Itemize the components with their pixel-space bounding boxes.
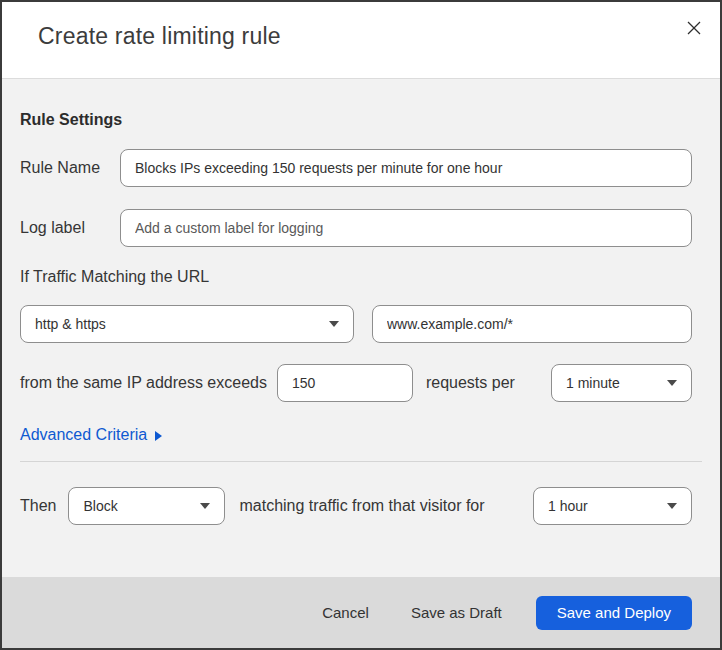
- save-as-draft-button[interactable]: Save as Draft: [403, 596, 510, 629]
- log-label-row: Log label: [20, 209, 692, 247]
- scheme-select[interactable]: http & https: [20, 305, 354, 343]
- traffic-match-heading: If Traffic Matching the URL: [20, 268, 692, 286]
- background-page-strip: [68, 0, 584, 2]
- advanced-criteria-toggle[interactable]: Advanced Criteria: [20, 426, 162, 444]
- close-button[interactable]: [680, 15, 708, 43]
- save-and-deploy-button[interactable]: Save and Deploy: [536, 596, 692, 630]
- requests-count-input[interactable]: [277, 364, 413, 402]
- rule-name-input[interactable]: [120, 149, 692, 187]
- section-title-rule-settings: Rule Settings: [20, 79, 692, 129]
- url-pattern-input[interactable]: [372, 305, 692, 343]
- rule-name-row: Rule Name: [20, 149, 692, 187]
- action-row: Then Block matching traffic from that vi…: [20, 487, 692, 525]
- dialog-title: Create rate limiting rule: [38, 23, 281, 50]
- period-select-value: 1 minute: [566, 375, 620, 391]
- action-select-value: Block: [83, 498, 117, 514]
- threshold-row: from the same IP address exceeds request…: [20, 364, 692, 402]
- arrow-right-icon: [155, 431, 162, 441]
- period-select[interactable]: 1 minute: [551, 364, 692, 402]
- caret-down-icon: [200, 503, 210, 509]
- dialog-footer: Cancel Save as Draft Save and Deploy: [2, 577, 720, 648]
- advanced-criteria-label: Advanced Criteria: [20, 426, 147, 444]
- action-select[interactable]: Block: [68, 487, 225, 525]
- scheme-select-value: http & https: [35, 316, 106, 332]
- rule-name-label: Rule Name: [20, 159, 120, 177]
- section-divider: [20, 461, 702, 462]
- duration-select-value: 1 hour: [548, 498, 588, 514]
- traffic-match-row: http & https: [20, 305, 692, 343]
- cancel-button[interactable]: Cancel: [314, 596, 377, 629]
- caret-down-icon: [667, 503, 677, 509]
- dialog-body: Rule Settings Rule Name Log label If Tra…: [2, 79, 720, 577]
- close-icon: [685, 19, 703, 40]
- caret-down-icon: [667, 380, 677, 386]
- log-label-input[interactable]: [120, 209, 692, 247]
- action-middle-text: matching traffic from that visitor for: [239, 497, 484, 515]
- threshold-middle-text: requests per: [426, 374, 515, 392]
- log-label-label: Log label: [20, 219, 120, 237]
- threshold-prefix-text: from the same IP address exceeds: [20, 374, 267, 392]
- caret-down-icon: [329, 321, 339, 327]
- create-rate-limiting-rule-dialog: Create rate limiting rule Rule Settings …: [0, 0, 722, 650]
- then-label: Then: [20, 497, 56, 515]
- duration-select[interactable]: 1 hour: [533, 487, 692, 525]
- dialog-header: Create rate limiting rule: [2, 2, 720, 79]
